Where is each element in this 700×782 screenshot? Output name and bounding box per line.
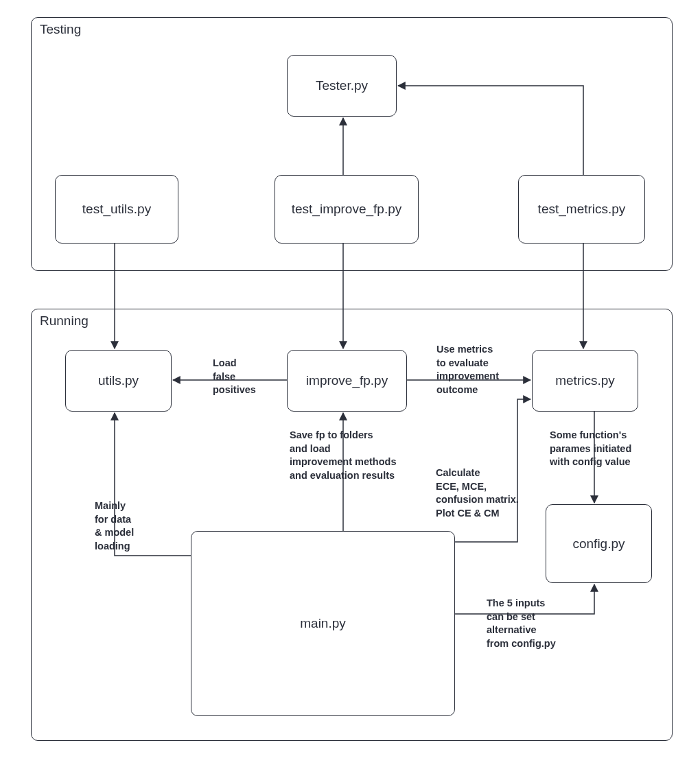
edge-label-mainly: Mainly for data & model loading bbox=[95, 499, 134, 553]
node-test-metrics: test_metrics.py bbox=[518, 175, 645, 244]
node-main-label: main.py bbox=[300, 616, 346, 631]
node-tester-label: Tester.py bbox=[316, 78, 368, 93]
edge-label-use-metrics: Use metrics to evaluate improvement outc… bbox=[436, 343, 499, 396]
node-tester: Tester.py bbox=[287, 55, 397, 117]
edge-label-load-fp: Load false positives bbox=[213, 357, 256, 397]
group-running-label: Running bbox=[40, 313, 89, 329]
node-test-improve-fp-label: test_improve_fp.py bbox=[292, 202, 402, 217]
node-test-utils: test_utils.py bbox=[55, 175, 178, 244]
node-main: main.py bbox=[191, 531, 455, 716]
node-test-utils-label: test_utils.py bbox=[82, 202, 151, 217]
node-improve-fp-label: improve_fp.py bbox=[306, 373, 388, 388]
node-config-label: config.py bbox=[572, 536, 625, 552]
group-testing-label: Testing bbox=[40, 22, 81, 37]
edge-label-five-inputs: The 5 inputs can be set alternative from… bbox=[487, 597, 556, 650]
node-utils: utils.py bbox=[65, 350, 172, 412]
node-metrics-label: metrics.py bbox=[555, 373, 615, 388]
node-improve-fp: improve_fp.py bbox=[287, 350, 407, 412]
node-test-metrics-label: test_metrics.py bbox=[538, 202, 626, 217]
edge-label-some-func: Some function's parames initiated with c… bbox=[550, 429, 631, 469]
edge-label-calc: Calculate ECE, MCE, confusion matrix. Pl… bbox=[436, 466, 519, 520]
node-test-improve-fp: test_improve_fp.py bbox=[275, 175, 419, 244]
node-utils-label: utils.py bbox=[98, 373, 139, 388]
edge-label-save-fp: Save fp to folders and load improvement … bbox=[290, 429, 397, 482]
diagram-canvas: Testing Running Tester.py test_utils.py … bbox=[0, 0, 700, 782]
node-metrics: metrics.py bbox=[532, 350, 638, 412]
node-config: config.py bbox=[546, 504, 652, 583]
